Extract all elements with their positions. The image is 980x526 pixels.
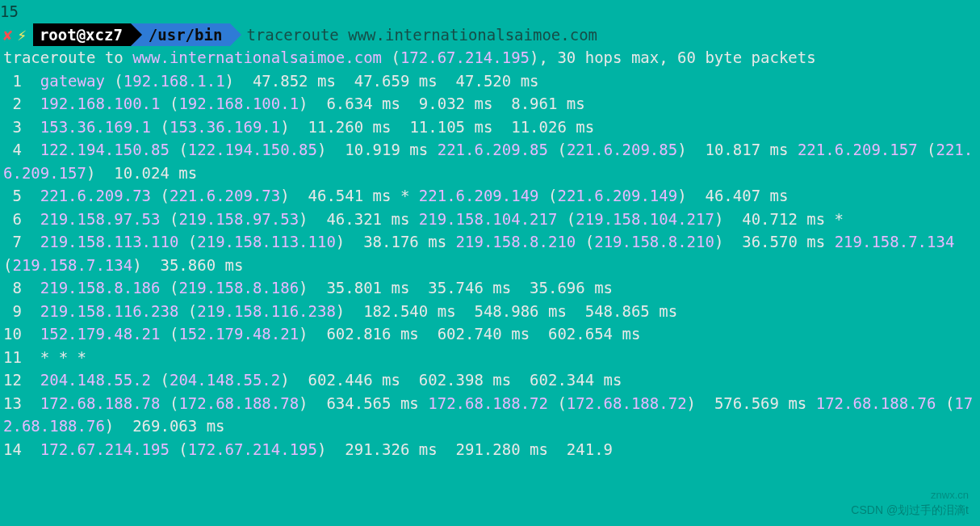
hop-text: ) 602.446 ms 602.398 ms 602.344 ms bbox=[280, 371, 622, 389]
hop-number: 6 bbox=[3, 210, 40, 228]
hop-host: gateway bbox=[40, 72, 105, 90]
hop-text: ) 35.860 ms bbox=[132, 256, 243, 274]
header-host: www.internationalsaimoe.com bbox=[132, 48, 382, 66]
hop-text: ) 576.569 ms bbox=[687, 394, 816, 412]
hop-text: ( bbox=[170, 440, 188, 458]
hop-number: 1 bbox=[3, 72, 40, 90]
hop-text: ) 10.024 ms bbox=[86, 164, 197, 182]
hop-text: * * * bbox=[40, 348, 86, 366]
hop-row: 4 122.194.150.85 (122.194.150.85) 10.919… bbox=[3, 138, 977, 184]
hop-text: ( bbox=[936, 394, 954, 412]
hop-text: ( bbox=[576, 233, 594, 250]
hop-ip: 219.158.7.134 bbox=[12, 256, 132, 274]
hop-host: 221.6.209.85 bbox=[438, 141, 548, 158]
hop-text: ( bbox=[170, 141, 188, 158]
hop-number: 5 bbox=[3, 187, 40, 204]
bolt-icon: ⚡ bbox=[17, 23, 32, 47]
hop-text: ( bbox=[151, 187, 170, 204]
header-paren-open: ( bbox=[382, 48, 400, 66]
hop-ip: 221.6.209.149 bbox=[557, 187, 677, 204]
hop-number: 7 bbox=[3, 233, 40, 250]
hop-ip: 192.168.1.1 bbox=[124, 72, 225, 90]
hop-ip: 153.36.169.1 bbox=[170, 118, 280, 136]
hop-text: ) 46.407 ms bbox=[677, 187, 788, 204]
terminal-output[interactable]: traceroute to www.internationalsaimoe.co… bbox=[0, 46, 980, 461]
hop-text: ) 46.541 ms * bbox=[280, 187, 419, 204]
hop-number: 11 bbox=[3, 348, 40, 366]
hop-text: ) 35.801 ms 35.746 ms 35.696 ms bbox=[299, 279, 613, 297]
hop-text: ( bbox=[105, 72, 124, 90]
hop-text: ( bbox=[178, 233, 197, 250]
hop-text: ) 269.063 ms bbox=[105, 417, 225, 435]
hop-row: 2 192.168.100.1 (192.168.100.1) 6.634 ms… bbox=[3, 92, 977, 116]
hop-number: 3 bbox=[3, 118, 40, 136]
hop-ip: 221.6.209.73 bbox=[170, 187, 280, 204]
close-icon: ✘ bbox=[0, 23, 17, 47]
hop-text: ( bbox=[178, 302, 197, 320]
hop-text: ) 10.919 ms bbox=[317, 141, 438, 158]
hop-text: ) 11.260 ms 11.105 ms 11.026 ms bbox=[280, 118, 594, 136]
hop-host: 221.6.209.149 bbox=[419, 187, 539, 204]
hop-host: 172.68.188.76 bbox=[816, 394, 936, 412]
hop-host: 219.158.8.210 bbox=[456, 233, 576, 250]
header-prefix: traceroute to bbox=[3, 48, 132, 66]
shell-prompt[interactable]: ✘ ⚡ root@xcz7 /usr/bin traceroute www.in… bbox=[0, 23, 980, 47]
hop-text: ) 602.816 ms 602.740 ms 602.654 ms bbox=[299, 325, 640, 343]
hop-text: ) 38.176 ms bbox=[336, 233, 456, 250]
hop-text: ( bbox=[161, 95, 179, 112]
hop-text: ( bbox=[160, 394, 178, 412]
hop-host: 152.179.48.21 bbox=[40, 325, 161, 343]
hop-text: ) 182.540 ms 548.986 ms 548.865 ms bbox=[336, 302, 677, 320]
hop-text: ) 6.634 ms 9.032 ms 8.961 ms bbox=[299, 95, 585, 112]
hop-number: 9 bbox=[3, 302, 40, 320]
hop-ip: 152.179.48.21 bbox=[178, 325, 299, 343]
hop-ip: 219.158.104.217 bbox=[576, 210, 714, 228]
hop-text: ) 46.321 ms bbox=[299, 210, 419, 228]
hop-ip: 122.194.150.85 bbox=[188, 141, 317, 158]
hop-row: 5 221.6.209.73 (221.6.209.73) 46.541 ms … bbox=[3, 184, 977, 208]
hop-text: ( bbox=[160, 325, 178, 343]
scrollback-fragment: 15 bbox=[0, 0, 980, 23]
hop-number: 13 bbox=[3, 394, 40, 412]
hop-host: 219.158.97.53 bbox=[40, 210, 161, 228]
hop-text: ( bbox=[918, 141, 936, 158]
hop-host: 172.67.214.195 bbox=[40, 440, 170, 458]
hop-text: ( bbox=[548, 141, 567, 158]
hop-text: ( bbox=[151, 118, 170, 136]
hop-text: ) 291.326 ms 291.280 ms 241.9 bbox=[317, 440, 613, 458]
hop-ip: 219.158.116.238 bbox=[197, 302, 336, 320]
hop-row: 1 gateway (192.168.1.1) 47.852 ms 47.659… bbox=[3, 69, 977, 93]
hop-ip: 172.68.188.72 bbox=[567, 394, 687, 412]
hop-ip: 219.158.97.53 bbox=[178, 210, 299, 228]
hop-number: 10 bbox=[3, 325, 40, 343]
hop-row: 3 153.36.169.1 (153.36.169.1) 11.260 ms … bbox=[3, 116, 977, 139]
hop-row: 9 219.158.116.238 (219.158.116.238) 182.… bbox=[3, 300, 977, 323]
hop-text: ) 47.852 ms 47.659 ms 47.520 ms bbox=[225, 72, 539, 90]
command-input[interactable]: traceroute www.internationalsaimoe.com bbox=[230, 23, 597, 47]
hop-text: ) 40.712 ms * bbox=[714, 210, 844, 228]
hop-row: 13 172.68.188.78 (172.68.188.78) 634.565… bbox=[3, 392, 977, 438]
hop-host: 172.68.188.72 bbox=[428, 394, 548, 412]
hop-row: 11 * * * bbox=[3, 346, 977, 369]
hop-row: 14 172.67.214.195 (172.67.214.195) 291.3… bbox=[3, 438, 977, 461]
watermark-author: CSDN @划过手的泪滴t bbox=[851, 499, 969, 522]
terminal-window[interactable]: 15 ✘ ⚡ root@xcz7 /usr/bin traceroute www… bbox=[0, 0, 980, 461]
hop-text: ( bbox=[161, 210, 179, 228]
hop-number: 4 bbox=[3, 141, 40, 158]
header-ip: 172.67.214.195 bbox=[400, 48, 530, 66]
hop-text: ( bbox=[557, 210, 576, 228]
hop-row: 7 219.158.113.110 (219.158.113.110) 38.1… bbox=[3, 230, 977, 276]
hop-host: 153.36.169.1 bbox=[40, 118, 151, 136]
hop-ip: 219.158.113.110 bbox=[197, 233, 336, 250]
hop-host: 219.158.113.110 bbox=[40, 233, 179, 250]
hop-host: 221.6.209.73 bbox=[40, 187, 151, 204]
hop-text: ( bbox=[151, 371, 170, 389]
hop-number: 2 bbox=[3, 95, 40, 112]
traceroute-header: traceroute to www.internationalsaimoe.co… bbox=[3, 46, 977, 69]
hop-host: 122.194.150.85 bbox=[40, 141, 170, 158]
hop-host: 219.158.104.217 bbox=[419, 210, 558, 228]
hop-text: ( bbox=[539, 187, 558, 204]
hop-host: 221.6.209.157 bbox=[798, 141, 918, 158]
hop-host: 192.168.100.1 bbox=[40, 95, 161, 112]
hop-text: ( bbox=[161, 279, 179, 297]
